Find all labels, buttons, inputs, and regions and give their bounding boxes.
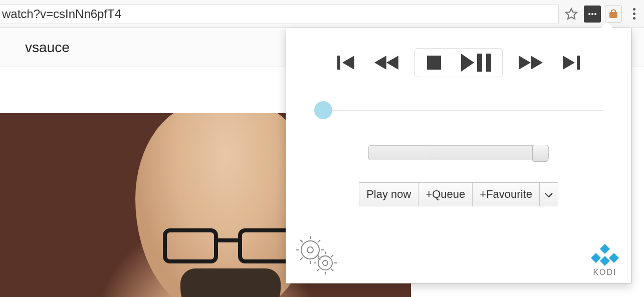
step-forward-icon[interactable] [460, 52, 493, 74]
next-track-icon[interactable] [559, 51, 583, 75]
add-queue-button[interactable]: +Queue [418, 182, 473, 206]
add-favourite-button[interactable]: +Favourite [473, 182, 540, 206]
action-button-group: Play now +Queue +Favourite [359, 182, 558, 206]
address-bar-icons [563, 6, 639, 23]
seek-slider[interactable] [314, 105, 603, 115]
chrome-menu-icon[interactable] [629, 8, 639, 20]
svg-point-3 [594, 13, 596, 15]
rewind-icon[interactable] [372, 51, 400, 75]
more-actions-dropdown[interactable] [540, 182, 558, 206]
omnibox[interactable]: watch?v=csInNn6pfT4 [0, 4, 559, 24]
svg-rect-4 [609, 12, 617, 18]
star-icon[interactable] [563, 6, 580, 23]
beard-shape [180, 268, 281, 297]
volume-thumb[interactable] [532, 145, 548, 162]
play-now-button[interactable]: Play now [359, 182, 418, 206]
search-query-text: vsauce [25, 40, 70, 56]
glasses-shape [163, 228, 293, 268]
svg-point-12 [318, 256, 332, 270]
seek-track [314, 110, 603, 111]
extension-a-icon[interactable] [584, 6, 601, 23]
svg-point-1 [588, 13, 590, 15]
center-control-group [414, 48, 503, 77]
previous-track-icon[interactable] [334, 51, 358, 75]
browser-address-bar: watch?v=csInNn6pfT4 [0, 0, 644, 28]
svg-point-13 [323, 260, 328, 265]
svg-rect-8 [486, 54, 491, 72]
kodi-label: KODI [590, 268, 620, 277]
kodi-logo-icon [590, 243, 620, 267]
media-controls [286, 48, 631, 77]
fast-forward-icon[interactable] [517, 51, 545, 75]
svg-point-2 [591, 13, 593, 15]
kodi-extension-icon[interactable] [605, 6, 622, 23]
settings-icon[interactable] [295, 235, 340, 277]
svg-rect-7 [477, 54, 482, 72]
chevron-down-icon [545, 193, 553, 198]
volume-slider[interactable] [368, 145, 549, 160]
page-body: vsauce [0, 28, 644, 297]
svg-rect-5 [337, 56, 340, 70]
svg-rect-6 [427, 56, 441, 70]
svg-point-11 [307, 247, 313, 253]
url-text: watch?v=csInNn6pfT4 [2, 7, 121, 21]
svg-rect-9 [577, 56, 580, 70]
seek-thumb[interactable] [314, 101, 332, 119]
stop-icon[interactable] [424, 53, 444, 73]
kodi-branding[interactable]: KODI [590, 243, 620, 277]
kodi-remote-popup: Play now +Queue +Favourite [286, 28, 631, 283]
svg-point-10 [301, 241, 319, 259]
